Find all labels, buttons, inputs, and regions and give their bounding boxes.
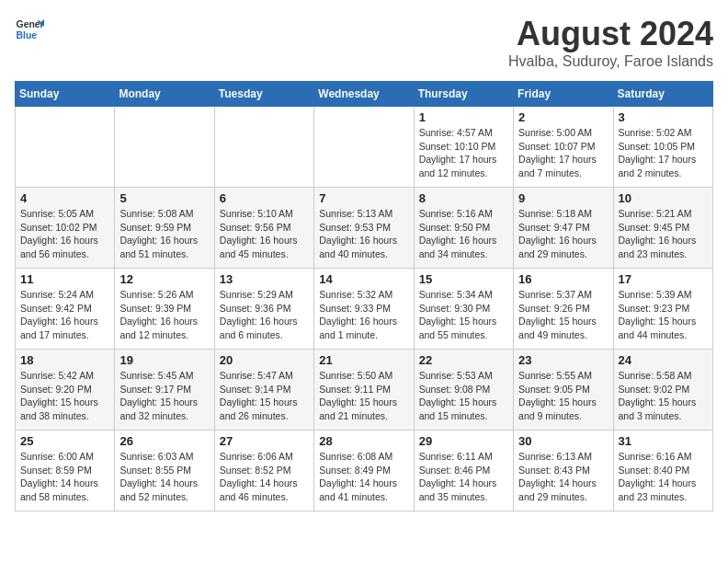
calendar-cell: 31Sunrise: 6:16 AM Sunset: 8:40 PM Dayli…: [613, 431, 712, 511]
day-info: Sunrise: 5:53 AM Sunset: 9:08 PM Dayligh…: [419, 369, 508, 423]
calendar-week-row: 11Sunrise: 5:24 AM Sunset: 9:42 PM Dayli…: [16, 269, 713, 350]
calendar-table: SundayMondayTuesdayWednesdayThursdayFrid…: [15, 81, 713, 511]
calendar-cell: 20Sunrise: 5:47 AM Sunset: 9:14 PM Dayli…: [214, 350, 313, 431]
day-info: Sunrise: 5:16 AM Sunset: 9:50 PM Dayligh…: [419, 207, 508, 261]
day-info: Sunrise: 5:24 AM Sunset: 9:42 PM Dayligh…: [20, 288, 109, 342]
svg-text:Blue: Blue: [17, 30, 38, 40]
calendar-cell: 5Sunrise: 5:08 AM Sunset: 9:59 PM Daylig…: [115, 188, 214, 269]
day-number: 15: [419, 272, 508, 286]
calendar-cell: [16, 107, 115, 188]
day-number: 2: [518, 110, 608, 124]
day-number: 6: [220, 191, 309, 205]
day-number: 20: [220, 353, 309, 367]
day-info: Sunrise: 6:13 AM Sunset: 8:43 PM Dayligh…: [518, 450, 608, 504]
day-number: 13: [220, 272, 309, 286]
day-info: Sunrise: 5:21 AM Sunset: 9:45 PM Dayligh…: [619, 207, 708, 261]
day-info: Sunrise: 5:18 AM Sunset: 9:47 PM Dayligh…: [518, 207, 608, 261]
weekday-header-cell: Saturday: [613, 82, 712, 107]
day-info: Sunrise: 5:42 AM Sunset: 9:20 PM Dayligh…: [20, 369, 109, 423]
day-info: Sunrise: 5:47 AM Sunset: 9:14 PM Dayligh…: [220, 369, 309, 423]
calendar-cell: 9Sunrise: 5:18 AM Sunset: 9:47 PM Daylig…: [514, 188, 613, 269]
weekday-header-cell: Wednesday: [314, 82, 414, 107]
day-number: 10: [619, 191, 708, 205]
calendar-week-row: 1Sunrise: 4:57 AM Sunset: 10:10 PM Dayli…: [16, 107, 713, 188]
day-number: 31: [619, 434, 708, 448]
calendar-cell: 26Sunrise: 6:03 AM Sunset: 8:55 PM Dayli…: [115, 431, 214, 511]
weekday-header-cell: Friday: [514, 82, 613, 107]
weekday-header-row: SundayMondayTuesdayWednesdayThursdayFrid…: [16, 82, 713, 107]
calendar-cell: 29Sunrise: 6:11 AM Sunset: 8:46 PM Dayli…: [414, 431, 513, 511]
day-number: 11: [20, 272, 109, 286]
day-info: Sunrise: 6:08 AM Sunset: 8:49 PM Dayligh…: [319, 450, 408, 504]
day-info: Sunrise: 4:57 AM Sunset: 10:10 PM Daylig…: [419, 126, 508, 180]
calendar-cell: 24Sunrise: 5:58 AM Sunset: 9:02 PM Dayli…: [613, 350, 712, 431]
day-number: 26: [119, 434, 209, 448]
calendar-cell: 25Sunrise: 6:00 AM Sunset: 8:59 PM Dayli…: [16, 431, 115, 511]
calendar-cell: 8Sunrise: 5:16 AM Sunset: 9:50 PM Daylig…: [414, 188, 513, 269]
day-number: 23: [518, 353, 608, 367]
day-info: Sunrise: 5:45 AM Sunset: 9:17 PM Dayligh…: [119, 369, 209, 423]
day-number: 27: [220, 434, 309, 448]
title-block: August 2024 Hvalba, Suduroy, Faroe Islan…: [508, 15, 713, 70]
day-number: 9: [518, 191, 608, 205]
calendar-cell: 16Sunrise: 5:37 AM Sunset: 9:26 PM Dayli…: [514, 269, 613, 350]
day-info: Sunrise: 5:50 AM Sunset: 9:11 PM Dayligh…: [319, 369, 408, 423]
day-info: Sunrise: 5:37 AM Sunset: 9:26 PM Dayligh…: [518, 288, 608, 342]
day-number: 16: [518, 272, 608, 286]
calendar-cell: [214, 107, 313, 188]
day-info: Sunrise: 5:00 AM Sunset: 10:07 PM Daylig…: [518, 126, 608, 180]
day-info: Sunrise: 6:03 AM Sunset: 8:55 PM Dayligh…: [119, 450, 209, 504]
day-number: 12: [119, 272, 209, 286]
day-info: Sunrise: 5:13 AM Sunset: 9:53 PM Dayligh…: [319, 207, 408, 261]
day-number: 8: [419, 191, 508, 205]
day-number: 5: [119, 191, 209, 205]
day-info: Sunrise: 6:16 AM Sunset: 8:40 PM Dayligh…: [619, 450, 708, 504]
day-info: Sunrise: 5:29 AM Sunset: 9:36 PM Dayligh…: [220, 288, 309, 342]
calendar-cell: 7Sunrise: 5:13 AM Sunset: 9:53 PM Daylig…: [314, 188, 414, 269]
calendar-body: 1Sunrise: 4:57 AM Sunset: 10:10 PM Dayli…: [16, 107, 713, 511]
day-info: Sunrise: 6:11 AM Sunset: 8:46 PM Dayligh…: [419, 450, 508, 504]
day-number: 24: [619, 353, 708, 367]
calendar-cell: 21Sunrise: 5:50 AM Sunset: 9:11 PM Dayli…: [314, 350, 414, 431]
calendar-cell: 18Sunrise: 5:42 AM Sunset: 9:20 PM Dayli…: [16, 350, 115, 431]
day-number: 18: [20, 353, 109, 367]
day-number: 14: [319, 272, 408, 286]
day-number: 25: [20, 434, 109, 448]
day-number: 30: [518, 434, 608, 448]
calendar-cell: 30Sunrise: 6:13 AM Sunset: 8:43 PM Dayli…: [514, 431, 613, 511]
calendar-week-row: 25Sunrise: 6:00 AM Sunset: 8:59 PM Dayli…: [16, 431, 713, 511]
calendar-cell: 1Sunrise: 4:57 AM Sunset: 10:10 PM Dayli…: [414, 107, 513, 188]
subtitle: Hvalba, Suduroy, Faroe Islands: [508, 53, 713, 70]
day-info: Sunrise: 5:34 AM Sunset: 9:30 PM Dayligh…: [419, 288, 508, 342]
logo: General Blue: [15, 15, 44, 44]
calendar-cell: 13Sunrise: 5:29 AM Sunset: 9:36 PM Dayli…: [214, 269, 313, 350]
day-info: Sunrise: 5:10 AM Sunset: 9:56 PM Dayligh…: [220, 207, 309, 261]
calendar-cell: [115, 107, 214, 188]
day-number: 29: [419, 434, 508, 448]
calendar-cell: 3Sunrise: 5:02 AM Sunset: 10:05 PM Dayli…: [613, 107, 712, 188]
day-info: Sunrise: 5:05 AM Sunset: 10:02 PM Daylig…: [20, 207, 109, 261]
day-info: Sunrise: 5:26 AM Sunset: 9:39 PM Dayligh…: [119, 288, 209, 342]
calendar-week-row: 4Sunrise: 5:05 AM Sunset: 10:02 PM Dayli…: [16, 188, 713, 269]
day-number: 7: [319, 191, 408, 205]
day-number: 4: [20, 191, 109, 205]
calendar-cell: 22Sunrise: 5:53 AM Sunset: 9:08 PM Dayli…: [414, 350, 513, 431]
logo-icon: General Blue: [15, 15, 44, 44]
calendar-cell: 10Sunrise: 5:21 AM Sunset: 9:45 PM Dayli…: [613, 188, 712, 269]
weekday-header-cell: Sunday: [16, 82, 115, 107]
calendar-cell: 27Sunrise: 6:06 AM Sunset: 8:52 PM Dayli…: [214, 431, 313, 511]
calendar-cell: 2Sunrise: 5:00 AM Sunset: 10:07 PM Dayli…: [514, 107, 613, 188]
day-number: 19: [119, 353, 209, 367]
calendar-cell: 14Sunrise: 5:32 AM Sunset: 9:33 PM Dayli…: [314, 269, 414, 350]
day-info: Sunrise: 5:32 AM Sunset: 9:33 PM Dayligh…: [319, 288, 408, 342]
calendar-cell: [314, 107, 414, 188]
day-number: 17: [619, 272, 708, 286]
day-number: 28: [319, 434, 408, 448]
day-number: 21: [319, 353, 408, 367]
day-info: Sunrise: 5:39 AM Sunset: 9:23 PM Dayligh…: [619, 288, 708, 342]
calendar-cell: 4Sunrise: 5:05 AM Sunset: 10:02 PM Dayli…: [16, 188, 115, 269]
weekday-header-cell: Tuesday: [214, 82, 313, 107]
page-header: General Blue August 2024 Hvalba, Suduroy…: [15, 15, 713, 70]
day-info: Sunrise: 6:06 AM Sunset: 8:52 PM Dayligh…: [220, 450, 309, 504]
calendar-cell: 19Sunrise: 5:45 AM Sunset: 9:17 PM Dayli…: [115, 350, 214, 431]
